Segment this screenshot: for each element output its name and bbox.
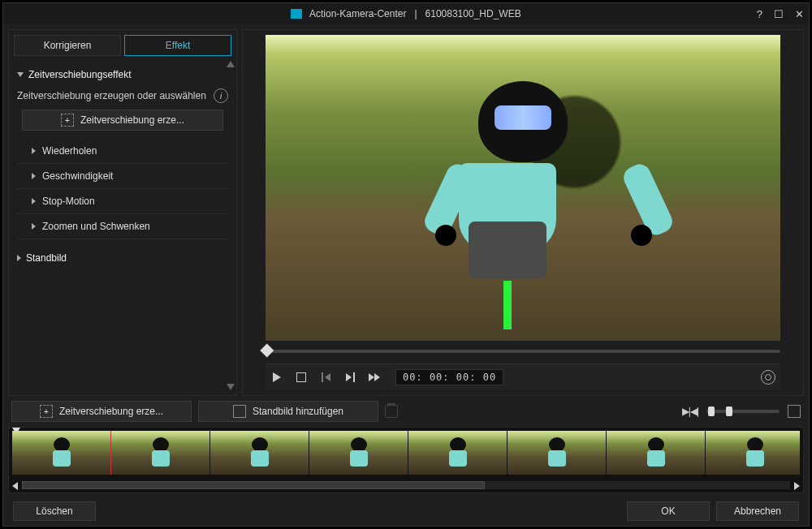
fast-forward-button[interactable]: [368, 371, 381, 384]
snapshot-icon: [233, 405, 246, 418]
seek-knob[interactable]: [260, 344, 274, 358]
scroll-right-icon[interactable]: [794, 482, 800, 490]
side-panel: Korrigieren Effekt Zeitverschiebungseffe…: [8, 29, 237, 396]
video-preview[interactable]: [266, 35, 780, 341]
scrollbar-handle[interactable]: [22, 481, 485, 489]
timeline-toolbar: + Zeitverschiebung erze... Standbild hin…: [8, 399, 804, 424]
fit-timeline-button[interactable]: ▶|◀|: [682, 406, 698, 417]
tab-effect[interactable]: Effekt: [124, 35, 231, 56]
timeshift-hint: Zeitverschiebung erzeugen oder auswählen: [17, 90, 206, 101]
transport-bar: 00: 00: 00: 00: [266, 363, 780, 390]
preview-pane: 00: 00: 00: 00: [242, 29, 804, 396]
add-range-icon: +: [40, 405, 53, 418]
toolbar-create-button[interactable]: + Zeitverschiebung erze...: [11, 401, 192, 422]
section-still[interactable]: Standbild: [17, 247, 228, 269]
app-logo-icon: [291, 9, 302, 19]
thumbnail[interactable]: [508, 431, 606, 475]
chevron-down-icon: [17, 72, 24, 77]
filmstrip-scrollbar[interactable]: [22, 481, 790, 489]
file-name: 610083100_HD_WEB: [425, 8, 521, 19]
thumbnail[interactable]: [607, 431, 705, 475]
zoom-slider[interactable]: [706, 406, 780, 417]
expand-timeline-button[interactable]: [788, 405, 801, 418]
thumbnail[interactable]: [309, 431, 408, 475]
app-name: Action-Kamera-Center: [309, 8, 406, 19]
titlebar: Action-Kamera-Center | 610083100_HD_WEB …: [3, 3, 809, 24]
chevron-right-icon: [32, 223, 36, 230]
trash-icon: [385, 405, 398, 418]
item-speed[interactable]: Geschwindigkeit: [17, 164, 228, 189]
ok-button[interactable]: OK: [627, 501, 710, 521]
maximize-icon[interactable]: ☐: [774, 8, 784, 20]
filmstrip: [8, 427, 804, 493]
item-repeat[interactable]: Wiederholen: [17, 139, 228, 164]
panel-scrollbar[interactable]: [227, 61, 235, 390]
footer: Löschen OK Abbrechen: [8, 497, 804, 526]
delete-clip-button[interactable]: [385, 405, 398, 418]
chevron-right-icon: [32, 173, 36, 179]
step-back-button[interactable]: [319, 371, 332, 384]
thumbnail[interactable]: [111, 431, 209, 475]
chevron-right-icon: [32, 198, 36, 204]
thumbnail[interactable]: [706, 431, 800, 475]
play-button[interactable]: [270, 371, 283, 384]
timecode[interactable]: 00: 00: 00: 00: [395, 369, 503, 385]
tab-correct[interactable]: Korrigieren: [14, 35, 121, 56]
window-title: Action-Kamera-Center | 610083100_HD_WEB: [3, 8, 809, 19]
thumbnail[interactable]: [12, 431, 110, 475]
item-stopmotion[interactable]: Stop-Motion: [17, 189, 228, 214]
stop-button[interactable]: [295, 371, 308, 384]
seek-slider[interactable]: [266, 344, 780, 359]
delete-button[interactable]: Löschen: [13, 501, 96, 521]
toolbar-addstill-button[interactable]: Standbild hinzufügen: [198, 401, 378, 422]
cancel-button[interactable]: Abbrechen: [716, 501, 799, 521]
step-forward-button[interactable]: [343, 371, 356, 384]
help-icon[interactable]: ?: [757, 8, 762, 20]
thumbnail[interactable]: [408, 431, 507, 475]
chevron-right-icon: [17, 255, 21, 261]
item-zoom-pan[interactable]: Zoomen und Schwenken: [17, 214, 228, 239]
chevron-right-icon: [32, 148, 36, 154]
close-icon[interactable]: ✕: [795, 8, 804, 20]
scroll-up-icon[interactable]: [227, 61, 235, 67]
scroll-down-icon[interactable]: [227, 384, 235, 390]
section-timeshift[interactable]: Zeitverschiebungseffekt: [17, 64, 228, 85]
window: Action-Kamera-Center | 610083100_HD_WEB …: [2, 2, 810, 527]
add-range-icon: +: [61, 114, 74, 127]
thumbnail-row[interactable]: [12, 431, 800, 475]
thumbnail[interactable]: [210, 431, 309, 475]
scroll-left-icon[interactable]: [12, 482, 18, 490]
settings-icon[interactable]: [761, 370, 775, 385]
create-timeshift-button[interactable]: + Zeitverschiebung erze...: [22, 110, 223, 131]
